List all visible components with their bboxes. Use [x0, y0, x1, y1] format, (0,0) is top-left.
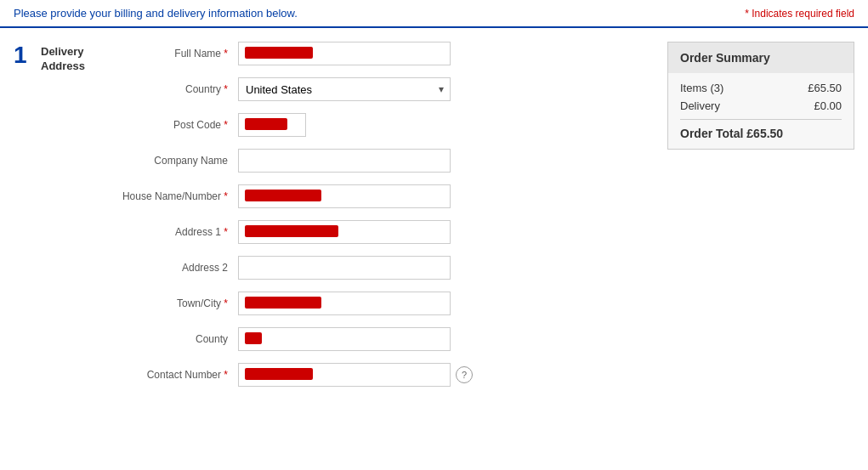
company-name-input[interactable]: [238, 149, 451, 173]
town-city-label: Town/City *: [102, 297, 238, 309]
house-name-input[interactable]: [238, 184, 451, 208]
summary-body: Items (3) £65.50 Delivery £0.00 Order To…: [668, 73, 854, 149]
order-summary-panel: Order Summary Items (3) £65.50 Delivery …: [667, 42, 854, 399]
delivery-label: Delivery: [680, 99, 720, 112]
town-city-input[interactable]: [238, 292, 451, 315]
info-text: Please provide your billing and delivery…: [14, 7, 298, 20]
country-select[interactable]: United States United Kingdom Canada Aust…: [238, 77, 451, 101]
country-row: Country * United States United Kingdom C…: [102, 77, 578, 101]
full-name-input[interactable]: [238, 42, 451, 65]
summary-box: Order Summary Items (3) £65.50 Delivery …: [667, 42, 854, 150]
section-title-address: Address: [41, 59, 92, 72]
contact-number-input[interactable]: [238, 363, 451, 387]
items-row: Items (3) £65.50: [680, 82, 842, 94]
full-name-label: Full Name *: [102, 48, 238, 59]
house-name-row: House Name/Number *: [102, 184, 578, 208]
address1-input[interactable]: [238, 220, 451, 244]
post-code-row: Post Code *: [102, 113, 578, 137]
order-total: Order Total £65.50: [680, 127, 842, 140]
address2-label: Address 2: [102, 262, 238, 274]
summary-divider: [680, 119, 842, 120]
house-name-label: House Name/Number *: [102, 190, 238, 202]
company-name-row: Company Name: [102, 149, 578, 173]
address2-row: Address 2: [102, 256, 578, 280]
contact-number-help-icon[interactable]: ?: [456, 366, 473, 383]
section-title-delivery: Delivery: [41, 45, 92, 58]
company-name-label: Company Name: [102, 155, 238, 167]
order-total-label: Order Total £65.50: [680, 127, 783, 140]
delivery-address-form: Full Name * Country * United States Unit…: [102, 42, 578, 399]
address2-input[interactable]: [238, 256, 451, 280]
post-code-input[interactable]: [238, 113, 306, 137]
summary-header: Order Summary: [668, 42, 854, 73]
required-indicator: * Indicates required field: [745, 8, 854, 20]
top-bar: Please provide your billing and delivery…: [0, 0, 868, 28]
items-label: Items (3): [680, 82, 723, 94]
delivery-value: £0.00: [814, 99, 842, 112]
country-label: Country *: [102, 83, 238, 95]
county-input[interactable]: [238, 327, 451, 351]
post-code-label: Post Code *: [102, 119, 238, 131]
step-number: 1: [14, 42, 31, 399]
delivery-row: Delivery £0.00: [680, 99, 842, 112]
county-label: County: [102, 333, 238, 345]
full-name-row: Full Name *: [102, 42, 578, 65]
contact-number-label: Contact Number *: [102, 369, 238, 381]
address1-row: Address 1 *: [102, 220, 578, 244]
county-row: County: [102, 327, 578, 351]
town-city-row: Town/City *: [102, 292, 578, 315]
items-value: £65.50: [808, 82, 842, 94]
address1-label: Address 1 *: [102, 226, 238, 238]
contact-number-row: Contact Number * ?: [102, 363, 578, 387]
